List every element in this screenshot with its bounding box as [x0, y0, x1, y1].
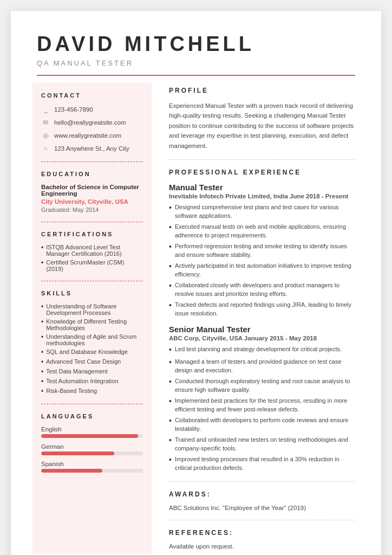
- certifications-divider: [41, 281, 143, 281]
- lang-label-english: English: [41, 426, 143, 433]
- job-1-b2-bullet: •: [169, 222, 172, 233]
- edu-degree: Bachelor of Science in Computer Engineer…: [41, 184, 143, 197]
- references-text: Available upon request.: [169, 543, 355, 550]
- lang-bar-bg-german: [41, 451, 143, 455]
- job-2-bullet-6: • Trained and onboarded new testers on t…: [169, 435, 355, 453]
- job-2: Senior Manual Tester ABC Corp, Cityville…: [169, 325, 355, 473]
- contact-divider: [41, 162, 143, 162]
- lang-item-spanish: Spanish: [41, 461, 143, 473]
- awards-title: AWARDS:: [169, 491, 355, 498]
- profile-section: PROFILE Experienced Manual Tester with a…: [169, 87, 355, 151]
- job-2-b6-bullet: •: [169, 435, 172, 446]
- job-2-company: ABC Corp, Cityville, USA January 2015 - …: [169, 335, 355, 341]
- web-icon: ◎: [41, 131, 50, 140]
- job-2-bullet-4: • Implemented best practices for the tes…: [169, 396, 355, 414]
- skill-item-5: • Advanced Test Case Design: [41, 358, 143, 366]
- certifications-section: CERTIFICATIONS • ISTQB Advanced Level Te…: [41, 231, 143, 272]
- job-2-b2-bullet: •: [169, 357, 172, 368]
- profile-title: PROFILE: [169, 87, 355, 94]
- job-2-bullet-7: • Improved testing processes that result…: [169, 455, 355, 473]
- skill-bullet-4: •: [41, 349, 43, 356]
- job-1-bullet-3: • Performed regression testing and smoke…: [169, 242, 355, 260]
- job-2-b4-bullet: •: [169, 396, 172, 407]
- phone-icon: ⎯: [41, 105, 50, 114]
- job-2-bullet-3: • Conducted thorough exploratory testing…: [169, 377, 355, 395]
- skills-title: SKILLS: [41, 290, 143, 296]
- job-1-b4-bullet: •: [169, 261, 172, 272]
- skill-item-6: • Test Data Management: [41, 368, 143, 376]
- skill-item-3: • Understanding of Agile and Scrum metho…: [41, 333, 143, 346]
- contact-section: CONTACT ⎯ 123-456-7890 ✉ hello@reallygre…: [41, 92, 143, 153]
- awards-divider: [169, 520, 355, 520]
- contact-email: ✉ hello@reallygreatsite.com: [41, 118, 143, 127]
- job-1-b1-bullet: •: [169, 202, 172, 214]
- two-column-layout: CONTACT ⎯ 123-456-7890 ✉ hello@reallygre…: [37, 87, 355, 550]
- job-1-bullet-6: • Tracked defects and reported findings …: [169, 300, 355, 318]
- skill-bullet-3: •: [41, 333, 43, 341]
- contact-address: ○ 123 Anywhere St., Any City: [41, 144, 143, 153]
- skill-bullet-8: •: [41, 388, 43, 395]
- cert-bullet-1: •: [41, 244, 43, 251]
- job-1-title: Manual Tester: [169, 183, 355, 192]
- email-icon: ✉: [41, 118, 50, 127]
- job-1-b3-bullet: •: [169, 241, 172, 253]
- location-icon: ○: [41, 144, 50, 153]
- job-1-b5-bullet: •: [169, 280, 172, 292]
- job-2-bullet-2: • Managed a team of testers and provided…: [169, 357, 355, 375]
- header-divider: [37, 75, 355, 76]
- cert-bullet-2: •: [41, 259, 43, 267]
- skill-item-2: • Knowledge of Different Testing Methodo…: [41, 318, 143, 331]
- education-section: EDUCATION Bachelor of Science in Compute…: [41, 171, 143, 213]
- references-section: REFERENCES: Available upon request.: [169, 529, 355, 550]
- skill-bullet-2: •: [41, 318, 43, 326]
- profile-text: Experienced Manual Tester with a proven …: [169, 101, 355, 151]
- left-column: CONTACT ⎯ 123-456-7890 ✉ hello@reallygre…: [32, 82, 152, 554]
- skills-divider: [41, 404, 143, 404]
- job-2-bullet-1: • Led test planning and strategy develop…: [169, 345, 355, 356]
- resume-container: DAVID MITCHELL QA MANUAL TESTER CONTACT …: [11, 11, 381, 555]
- experience-divider: [169, 481, 355, 482]
- job-2-b1-bullet: •: [169, 344, 172, 356]
- education-title: EDUCATION: [41, 171, 143, 177]
- lang-bar-german: [41, 451, 114, 455]
- job-2-b3-bullet: •: [169, 376, 172, 388]
- edu-school: City University, Cityville, USA: [41, 198, 143, 205]
- lang-bar-english: [41, 434, 138, 438]
- lang-label-german: German: [41, 443, 143, 450]
- skill-item-1: • Understanding of Software Development …: [41, 303, 143, 316]
- languages-section: LANGUAGES English German Spanish: [41, 413, 143, 473]
- job-2-bullet-5: • Collaborated with developers to perfor…: [169, 416, 355, 434]
- skill-bullet-6: •: [41, 368, 43, 376]
- languages-title: LANGUAGES: [41, 413, 143, 420]
- right-column: PROFILE Experienced Manual Tester with a…: [165, 87, 355, 550]
- experience-section: PROFESSIONAL EXPERIENCE Manual Tester In…: [169, 169, 355, 473]
- skill-bullet-5: •: [41, 358, 43, 366]
- job-2-title: Senior Manual Tester: [169, 325, 355, 334]
- awards-section: AWARDS: ABC Solutions Inc. "Employee of …: [169, 491, 355, 511]
- experience-title: PROFESSIONAL EXPERIENCE: [169, 169, 355, 176]
- skill-bullet-1: •: [41, 303, 43, 311]
- lang-item-german: German: [41, 443, 143, 455]
- job-1-bullet-2: • Executed manual tests on web and mobil…: [169, 222, 355, 240]
- lang-bar-bg-spanish: [41, 469, 143, 473]
- job-1-b6-bullet: •: [169, 300, 172, 311]
- skill-item-4: • SQL and Database Knowledge: [41, 349, 143, 356]
- certifications-title: CERTIFICATIONS: [41, 231, 143, 237]
- skill-item-8: • Risk-Based Testing: [41, 388, 143, 395]
- skill-bullet-7: •: [41, 378, 43, 385]
- contact-title: CONTACT: [41, 92, 143, 99]
- job-1-bullet-1: • Designed comprehensive test plans and …: [169, 203, 355, 221]
- references-title: REFERENCES:: [169, 529, 355, 537]
- lang-bar-bg-english: [41, 434, 143, 438]
- lang-label-spanish: Spanish: [41, 461, 143, 467]
- candidate-title: QA MANUAL TESTER: [37, 59, 355, 67]
- edu-grad: Graduated: May 2014: [41, 206, 143, 213]
- skills-section: SKILLS • Understanding of Software Devel…: [41, 290, 143, 395]
- cert-item-2: • Certified ScrumMaster (CSM) (2019): [41, 259, 143, 272]
- job-1: Manual Tester Inevitable Infotech Privat…: [169, 183, 355, 318]
- lang-bar-spanish: [41, 469, 102, 473]
- job-2-b5-bullet: •: [169, 415, 172, 427]
- lang-item-english: English: [41, 426, 143, 438]
- job-2-b7-bullet: •: [169, 454, 172, 466]
- job-1-bullet-4: • Actively participated in test automati…: [169, 261, 355, 279]
